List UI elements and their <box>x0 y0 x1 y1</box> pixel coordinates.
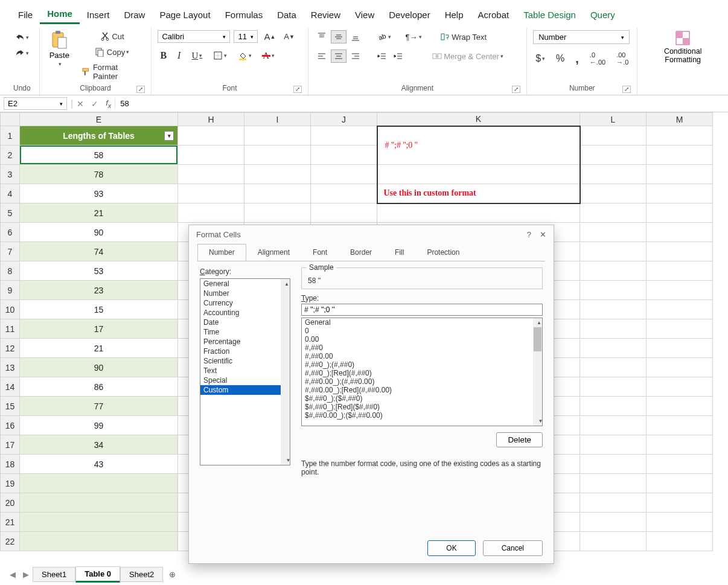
col-header[interactable]: M <box>647 113 713 126</box>
list-item[interactable]: Fraction <box>200 347 290 356</box>
row-header[interactable]: 21 <box>1 513 20 532</box>
increase-decimal-icon[interactable]: .0←.00 <box>587 50 608 67</box>
cell[interactable]: 74 <box>20 242 178 261</box>
row-header[interactable]: 16 <box>1 416 20 435</box>
row-header[interactable]: 18 <box>1 455 20 474</box>
menu-draw[interactable]: Draw <box>117 6 152 24</box>
cell[interactable]: 90 <box>20 358 178 377</box>
list-item[interactable]: Percentage <box>200 337 290 347</box>
font-size-combo[interactable]: 11▾ <box>234 30 258 43</box>
row-header[interactable]: 3 <box>1 165 20 184</box>
sheet-nav-next-icon[interactable]: ▶ <box>19 568 33 581</box>
row-header[interactable]: 15 <box>1 397 20 416</box>
increase-indent-icon[interactable] <box>391 50 406 62</box>
list-item[interactable]: #,##0 <box>302 344 542 352</box>
category-listbox[interactable]: General Number Currency Accounting Date … <box>200 278 290 465</box>
percent-format-button[interactable]: % <box>554 52 567 65</box>
cell[interactable]: 58 <box>20 145 178 165</box>
list-item[interactable]: 0.00 <box>302 335 542 344</box>
copy-button[interactable]: Copy <box>79 46 145 58</box>
cell[interactable]: 53 <box>20 261 178 281</box>
col-header[interactable]: J <box>311 113 377 126</box>
type-listbox[interactable]: General 0 0.00 #,##0 #,##0.00 #,##0_);(#… <box>301 318 543 426</box>
align-center-icon[interactable] <box>331 50 346 63</box>
row-header[interactable]: 14 <box>1 377 20 397</box>
cut-button[interactable]: Cut <box>79 30 145 42</box>
sheet-tab[interactable]: Table 0 <box>75 566 120 583</box>
row-header[interactable]: 1 <box>1 126 20 145</box>
number-launcher-icon[interactable]: ⤢ <box>622 86 631 93</box>
align-middle-icon[interactable] <box>331 30 346 43</box>
undo-button[interactable] <box>11 31 33 43</box>
row-header[interactable]: 10 <box>1 300 20 319</box>
row-header[interactable]: 12 <box>1 339 20 358</box>
font-launcher-icon[interactable]: ⤢ <box>293 86 302 93</box>
number-format-combo[interactable]: Number▾ <box>533 30 630 44</box>
col-header[interactable]: K <box>377 113 580 126</box>
row-header[interactable]: 17 <box>1 435 20 455</box>
paste-button[interactable]: Paste <box>46 30 73 67</box>
dialog-tab-font[interactable]: Font <box>301 244 339 261</box>
annotation-cell[interactable]: # '';# '';0 '' <box>377 126 580 165</box>
list-item[interactable]: #,##0_);(#,##0) <box>302 360 542 369</box>
list-item[interactable]: Number <box>200 289 290 298</box>
menu-developer[interactable]: Developer <box>382 6 437 24</box>
cell[interactable]: 15 <box>20 300 178 319</box>
list-item[interactable]: Custom <box>200 385 290 395</box>
menu-formulas[interactable]: Formulas <box>218 6 270 24</box>
name-box[interactable]: E2▾ <box>4 97 67 110</box>
list-item[interactable]: $#,##0_);($#,##0) <box>302 394 542 403</box>
row-header[interactable]: 8 <box>1 261 20 281</box>
list-item[interactable]: Date <box>200 318 290 327</box>
help-icon[interactable]: ? <box>527 230 531 239</box>
menu-insert[interactable]: Insert <box>80 6 117 24</box>
fill-color-button[interactable] <box>235 50 254 62</box>
cell[interactable]: 17 <box>20 319 178 339</box>
list-item[interactable]: Text <box>200 366 290 376</box>
cell[interactable]: 90 <box>20 223 178 242</box>
list-item[interactable]: #,##0.00_);(#,##0.00) <box>302 377 542 386</box>
scrollbar[interactable]: ▲▼ <box>281 279 290 465</box>
increase-font-icon[interactable]: A▲ <box>261 30 278 43</box>
menu-review[interactable]: Review <box>304 6 348 24</box>
list-item[interactable]: Special <box>200 376 290 385</box>
cell[interactable]: 43 <box>20 455 178 474</box>
row-header[interactable]: 20 <box>1 493 20 513</box>
new-sheet-icon[interactable]: ⊕ <box>163 567 182 581</box>
menu-home[interactable]: Home <box>40 5 80 24</box>
row-header[interactable]: 11 <box>1 319 20 339</box>
scrollbar[interactable]: ▲▼ <box>533 318 542 426</box>
formula-cancel-icon[interactable]: ✕ <box>73 99 88 109</box>
cell[interactable]: 77 <box>20 397 178 416</box>
formula-input[interactable]: 58 <box>115 98 728 109</box>
col-header[interactable]: E <box>20 113 178 126</box>
cell[interactable]: 21 <box>20 339 178 358</box>
cell[interactable]: 23 <box>20 281 178 300</box>
table-header-cell[interactable]: Lengths of Tables▾ <box>20 126 178 145</box>
list-item[interactable]: $#,##0_);[Red]($#,##0) <box>302 403 542 411</box>
cell[interactable]: 34 <box>20 435 178 455</box>
align-bottom-icon[interactable] <box>348 31 363 43</box>
dialog-tab-border[interactable]: Border <box>339 244 383 261</box>
decrease-indent-icon[interactable] <box>375 50 389 62</box>
select-all-cell[interactable] <box>1 113 20 126</box>
col-header[interactable]: I <box>244 113 311 126</box>
row-header[interactable]: 19 <box>1 474 20 493</box>
row-header[interactable]: 9 <box>1 281 20 300</box>
dialog-tab-alignment[interactable]: Alignment <box>246 244 301 261</box>
font-color-button[interactable]: A <box>260 50 277 62</box>
dialog-tab-protection[interactable]: Protection <box>415 244 471 261</box>
filter-dropdown-icon[interactable]: ▾ <box>164 131 174 141</box>
menu-file[interactable]: File <box>11 6 40 24</box>
merge-center-button[interactable]: Merge & Center <box>430 50 506 62</box>
sheet-nav-prev-icon[interactable]: ◀ <box>6 568 19 581</box>
formula-enter-icon[interactable]: ✓ <box>88 99 102 109</box>
list-item[interactable]: Currency <box>200 298 290 308</box>
menu-query[interactable]: Query <box>583 6 622 24</box>
close-icon[interactable]: ✕ <box>540 230 546 239</box>
list-item[interactable]: #,##0.00_);[Red](#,##0.00) <box>302 386 542 394</box>
cell[interactable]: 21 <box>20 203 178 223</box>
comma-format-button[interactable]: , <box>573 51 581 67</box>
font-name-combo[interactable]: Calibri▾ <box>158 30 230 43</box>
list-item[interactable]: #,##0.00 <box>302 352 542 360</box>
